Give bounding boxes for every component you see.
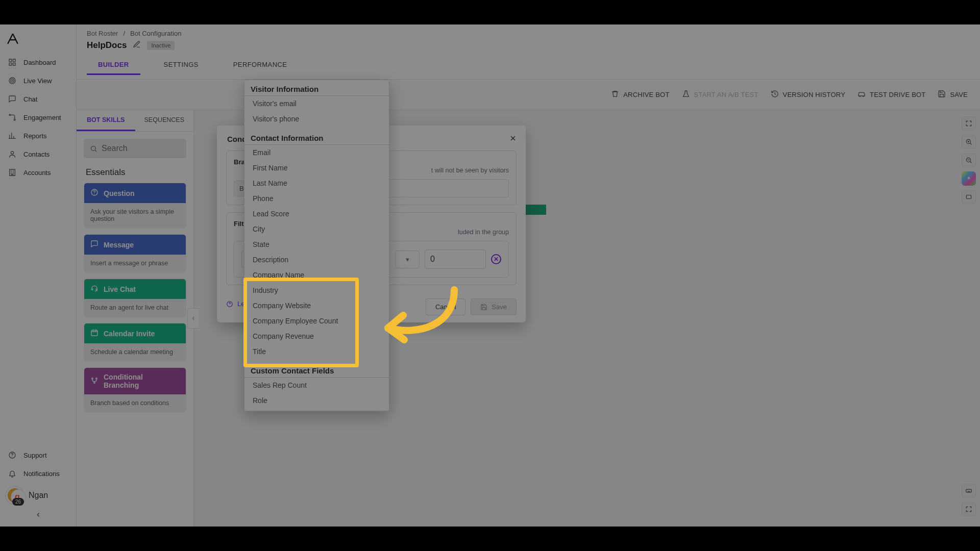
breadcrumb: Bot Roster / Bot Configuration (87, 24, 970, 37)
save-modal-button[interactable]: Save (471, 298, 517, 315)
skill-title: Live Chat (104, 285, 136, 293)
tab-sequences[interactable]: SEQUENCES (135, 110, 194, 131)
dropdown-item[interactable]: Industry (244, 283, 389, 298)
cancel-button[interactable]: Cancel (426, 298, 465, 315)
save-button[interactable]: SAVE (938, 90, 968, 99)
chat-icon (7, 95, 17, 103)
chevron-left-icon (190, 315, 197, 321)
app-logo (0, 24, 76, 53)
sidebar-item-chat[interactable]: Chat (0, 90, 76, 108)
dropdown-item[interactable]: Company Name (244, 267, 389, 283)
sidebar: DashboardLive ViewChatEngagementReportsC… (0, 24, 77, 527)
svg-rect-0 (9, 59, 12, 62)
sidebar-item-label: Chat (23, 95, 37, 103)
rename-button[interactable] (133, 40, 141, 51)
skill-question[interactable]: QuestionAsk your site visitors a simple … (84, 183, 186, 228)
dropdown-item[interactable]: Role (244, 393, 389, 408)
save-icon (480, 304, 487, 311)
tab-performance[interactable]: PERFORMANCE (222, 56, 299, 75)
sidebar-item-label: Contacts (23, 151, 50, 158)
sidebar-item-dashboard[interactable]: Dashboard (0, 53, 76, 71)
dropdown-item[interactable]: First Name (244, 160, 389, 176)
ab-test-button[interactable]: START AN A/B TEST (682, 90, 758, 99)
breadcrumb-sep: / (123, 30, 125, 37)
help-icon (226, 300, 233, 308)
themes-button[interactable] (962, 171, 976, 186)
filter-value-input[interactable]: 0 (425, 249, 486, 269)
skill-live-chat[interactable]: Live ChatRoute an agent for live chat (84, 279, 186, 317)
filter-operator-select[interactable]: ▾ (395, 251, 420, 268)
skills-search[interactable]: Search (84, 139, 186, 158)
tab-builder[interactable]: BUILDER (87, 56, 140, 75)
test-drive-button[interactable]: TEST DRIVE BOT (857, 90, 925, 99)
preview-button[interactable] (962, 190, 976, 204)
dropdown-item[interactable]: Company Website (244, 298, 389, 313)
svg-rect-3 (13, 63, 15, 65)
zoom-out-icon (965, 157, 972, 164)
bell-icon (7, 469, 17, 478)
field-dropdown[interactable]: Visitor InformationVisitor's emailVisito… (244, 80, 389, 411)
sidebar-item-support[interactable]: Support (0, 446, 76, 464)
fullscreen-icon (965, 506, 972, 513)
sidebar-item-label: Dashboard (23, 59, 56, 66)
zoom-in-button[interactable] (962, 135, 976, 149)
fit-to-screen-button[interactable] (962, 116, 976, 131)
dropdown-item[interactable]: Jenny is the head of Marketing? (244, 408, 389, 411)
svg-rect-21 (966, 489, 972, 492)
dropdown-item[interactable]: Sales Rep Count (244, 378, 389, 393)
sidebar-collapse[interactable] (0, 508, 76, 521)
beaker-icon (682, 90, 690, 99)
remove-filter-button[interactable]: ✕ (491, 254, 501, 264)
keyboard-button[interactable] (962, 484, 976, 498)
user-icon (7, 150, 17, 158)
dropdown-item[interactable]: Company Revenue (244, 329, 389, 344)
skill-desc: Ask your site visitors a simple question (84, 203, 186, 228)
skill-desc: Branch based on conditions (84, 394, 186, 412)
version-history-button[interactable]: VERSION HISTORY (771, 90, 845, 99)
sidebar-item-reports[interactable]: Reports (0, 127, 76, 145)
dropdown-item[interactable]: City (244, 221, 389, 237)
modal-close-button[interactable] (507, 133, 519, 144)
eye-icon (965, 193, 972, 201)
header-tabs: BUILDER SETTINGS PERFORMANCE (87, 56, 970, 75)
dropdown-item[interactable]: Title (244, 344, 389, 359)
archive-bot-button[interactable]: ARCHIVE BOT (611, 90, 669, 99)
dropdown-item[interactable]: State (244, 237, 389, 252)
breadcrumb-root[interactable]: Bot Roster (87, 30, 118, 37)
header: Bot Roster / Bot Configuration HelpDocs … (77, 24, 980, 80)
fullscreen-button[interactable] (962, 502, 976, 516)
bars-icon (7, 132, 17, 140)
dropdown-item[interactable]: Description (244, 252, 389, 267)
dropdown-item[interactable]: Company Employee Count (244, 313, 389, 329)
dropdown-item[interactable]: Lead Score (244, 206, 389, 221)
skill-desc: Schedule a calendar meeting (84, 343, 186, 361)
skill-message[interactable]: MessageInsert a message or phrase (84, 234, 186, 272)
dropdown-item[interactable]: Phone (244, 191, 389, 206)
search-icon (90, 145, 97, 153)
letterbox-bottom (0, 527, 980, 551)
keyboard-icon (965, 487, 972, 494)
building-icon (7, 168, 17, 177)
skills-section-title: Essentials (86, 167, 184, 178)
dropdown-item[interactable]: Visitor's phone (244, 111, 389, 127)
logo-icon (6, 32, 19, 45)
sidebar-item-live-view[interactable]: Live View (0, 71, 76, 90)
target-icon (7, 77, 17, 85)
sidebar-item-notifications[interactable]: Notifications (0, 464, 76, 483)
search-placeholder: Search (102, 144, 128, 153)
tab-settings[interactable]: SETTINGS (153, 56, 210, 75)
dropdown-item[interactable]: Email (244, 145, 389, 160)
panel-collapse-button[interactable] (187, 308, 200, 329)
sidebar-item-contacts[interactable]: Contacts (0, 145, 76, 163)
skill-calendar-invite[interactable]: Calendar InviteSchedule a calendar meeti… (84, 323, 186, 361)
dropdown-item[interactable]: Visitor's email (244, 96, 389, 111)
skill-conditional-branching[interactable]: Conditional BranchingBranch based on con… (84, 367, 186, 412)
svg-rect-14 (91, 330, 97, 336)
dropdown-item[interactable]: Last Name (244, 176, 389, 191)
sidebar-item-accounts[interactable]: Accounts (0, 163, 76, 182)
sidebar-item-engagement[interactable]: Engagement (0, 108, 76, 127)
zoom-out-button[interactable] (962, 153, 976, 167)
svg-rect-1 (13, 59, 15, 62)
sidebar-user[interactable]: g. 26 Ngan (0, 483, 76, 508)
tab-bot-skills[interactable]: BOT SKILLS (77, 110, 135, 131)
